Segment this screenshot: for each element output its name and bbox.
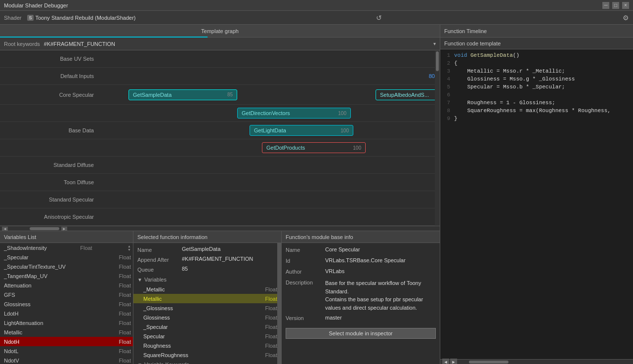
graph-row-core-specular: Core Specular GetSampleData 85 SetupAlbe… bbox=[0, 85, 440, 105]
graph-hscroll[interactable]: ◄ ► bbox=[0, 226, 440, 231]
selected-fn-panel: Selected function information Name GetSa… bbox=[133, 231, 282, 364]
fn-variables-label: Variables bbox=[144, 277, 167, 283]
fn-var-specular-under[interactable]: _Specular Float bbox=[133, 322, 281, 331]
fn-var-glossiness[interactable]: Glossiness Float bbox=[133, 313, 281, 322]
var-row-ndotl[interactable]: NdotL Float bbox=[0, 346, 133, 356]
mod-version-value: master bbox=[325, 315, 436, 321]
next-arrow-btn[interactable]: ► bbox=[450, 359, 457, 364]
var-row-attenuation[interactable]: Attenuation Float bbox=[0, 281, 133, 290]
node-get-dot-products[interactable]: GetDotProducts 100 bbox=[262, 142, 366, 153]
scroll-left-btn[interactable]: ◄ bbox=[2, 227, 8, 231]
var-row-ndoth[interactable]: NdotH Float bbox=[0, 337, 133, 346]
fn-module-header: Function's module base info bbox=[282, 231, 440, 243]
var-name: NdotV bbox=[4, 358, 19, 364]
node-get-direction-vectors[interactable]: GetDirectionVectors 100 bbox=[237, 108, 351, 119]
fn-sub-type: Float bbox=[265, 296, 277, 302]
fn-var-glossiness-under[interactable]: _Glossiness Float bbox=[133, 303, 281, 313]
fn-sub-name: SquareRoughness bbox=[143, 352, 188, 358]
fn-var-metallic-under[interactable]: _Metallic Float bbox=[133, 284, 281, 294]
close-button[interactable]: × bbox=[622, 2, 629, 9]
app-title: Modular Shader Debugger bbox=[4, 2, 68, 8]
refresh-button[interactable]: ↺ bbox=[376, 14, 382, 22]
var-row-ndotv[interactable]: NdotV Float bbox=[0, 356, 133, 364]
var-row-glossiness[interactable]: Glossiness Float bbox=[0, 299, 133, 309]
fn-append-value: #K#FRAGMENT_FUNCTION bbox=[182, 256, 277, 262]
row-label-standard-specular: Standard Specular bbox=[0, 197, 99, 202]
var-type: Float bbox=[80, 245, 92, 251]
selected-fn-header: Selected function information bbox=[133, 231, 281, 243]
template-graph-label: Template graph bbox=[201, 28, 239, 34]
fn-var-metallic[interactable]: Metallic Float bbox=[133, 294, 281, 303]
mod-name-label: Name bbox=[286, 246, 325, 253]
fn-sub-type: Float bbox=[265, 315, 277, 321]
line-num: 7 bbox=[444, 100, 454, 108]
node-get-sample-data[interactable]: GetSampleData 85 bbox=[128, 89, 237, 100]
hscroll-thumb bbox=[30, 227, 59, 230]
selected-fn-title: Selected function information bbox=[137, 234, 208, 240]
var-row-ldoth[interactable]: LdotH Float bbox=[0, 309, 133, 318]
code-line-7: 7 Roughness = 1 - Glossiness; bbox=[444, 100, 629, 108]
mod-desc-value: Base for the specular workflow of Toony … bbox=[325, 279, 436, 312]
var-row-tangent-map[interactable]: _TangentMap_UV Float bbox=[0, 271, 133, 281]
mod-row-description: Description Base for the specular workfl… bbox=[282, 278, 440, 313]
var-name: NdotL bbox=[4, 348, 18, 354]
root-keywords-label: Root keywords bbox=[4, 41, 40, 47]
fn-var-roughness[interactable]: Roughness Float bbox=[133, 341, 281, 350]
graph-row-base-data: Base Data GetLightData 100 bbox=[0, 122, 440, 139]
root-keywords-row: Root keywords #K#FRAGMENT_FUNCTION ▾ bbox=[0, 38, 440, 50]
var-type: Float bbox=[119, 339, 131, 345]
row-content-toon-diffuse bbox=[99, 174, 440, 191]
row-content-anisotropic-specular bbox=[99, 208, 440, 225]
right-panel-bottom-scrollbar[interactable]: ◄ ► bbox=[440, 359, 633, 364]
sort-arrows: ▲▼ bbox=[127, 244, 131, 251]
code-text: } bbox=[454, 116, 458, 123]
node-setup-albedo[interactable]: SetupAlbedoAndS... bbox=[376, 89, 440, 100]
root-keywords-value: #K#FRAGMENT_FUNCTION bbox=[44, 41, 429, 47]
selected-fn-content: Name GetSampleData Append After #K#FRAGM… bbox=[133, 243, 281, 364]
fn-var-keywords-section[interactable]: ▼ Variable Keywords bbox=[133, 360, 281, 364]
mod-id-label: Id bbox=[286, 257, 325, 264]
var-row-specular[interactable]: _Specular Float bbox=[0, 252, 133, 262]
var-row-light-attenuation[interactable]: LightAttenuation Float bbox=[0, 318, 133, 327]
graph-vscroll[interactable] bbox=[435, 50, 440, 226]
root-keywords-dropdown[interactable]: ▾ bbox=[433, 41, 436, 46]
var-row-metallic[interactable]: Metallic Float bbox=[0, 327, 133, 337]
fn-module-panel: Function's module base info Name Core Sp… bbox=[282, 231, 440, 364]
fn-var-specular[interactable]: Specular Float bbox=[133, 331, 281, 341]
code-line-9: 9 } bbox=[444, 116, 629, 123]
var-row-gfs[interactable]: GFS Float bbox=[0, 290, 133, 299]
var-type: Float bbox=[119, 283, 131, 288]
node-get-light-data[interactable]: GetLightData 100 bbox=[250, 125, 353, 136]
fn-var-square-roughness[interactable]: SquareRoughness Float bbox=[133, 350, 281, 360]
prev-arrow-btn[interactable]: ◄ bbox=[442, 359, 449, 364]
code-line-1: 1 void GetSampleData() bbox=[444, 52, 629, 60]
var-name: Attenuation bbox=[4, 283, 32, 288]
select-module-button[interactable]: Select module in inspector bbox=[286, 328, 436, 339]
shader-name: Toony Standard Rebuild (ModularShader) bbox=[36, 15, 136, 21]
node-label: GetDotProducts bbox=[266, 145, 305, 151]
fn-vscroll[interactable] bbox=[277, 243, 281, 364]
code-area[interactable]: 1 void GetSampleData() 2 { 3 Metallic = … bbox=[440, 49, 633, 359]
var-type: Float bbox=[119, 311, 131, 317]
settings-button[interactable]: ⚙ bbox=[623, 14, 629, 22]
scroll-right-btn[interactable]: ► bbox=[61, 227, 67, 231]
code-text: SquareRoughness = max(Roughness * Roughn… bbox=[454, 108, 611, 116]
var-row-specular-tint[interactable]: _SpecularTintTexture_UV Float bbox=[0, 262, 133, 271]
var-type: Float bbox=[119, 358, 131, 364]
fn-variables-section[interactable]: ▼ Variables bbox=[133, 275, 281, 284]
maximize-button[interactable]: □ bbox=[612, 2, 619, 9]
row-label-standard-diffuse: Standard Diffuse bbox=[0, 162, 99, 168]
line-num: 3 bbox=[444, 68, 454, 76]
var-row-shadow-intensity[interactable]: _ShadowIntensity Float ▲▼ bbox=[0, 243, 133, 252]
var-name: Glossiness bbox=[4, 301, 31, 307]
line-num: 9 bbox=[444, 116, 454, 123]
fn-sub-name: _Metallic bbox=[143, 286, 165, 292]
row-content-dot-products: GetDotProducts 100 bbox=[99, 139, 440, 156]
fn-row-name: Name GetSampleData bbox=[133, 245, 281, 255]
variables-list[interactable]: _ShadowIntensity Float ▲▼ _Specular Floa… bbox=[0, 243, 133, 364]
minimize-button[interactable]: ─ bbox=[602, 2, 609, 9]
code-text: Glossiness = Msso.g * _Glossiness bbox=[454, 76, 575, 84]
graph-row-standard-specular: Standard Specular bbox=[0, 191, 440, 208]
var-type: Float bbox=[119, 348, 131, 354]
fn-name-label: Name bbox=[137, 246, 182, 253]
